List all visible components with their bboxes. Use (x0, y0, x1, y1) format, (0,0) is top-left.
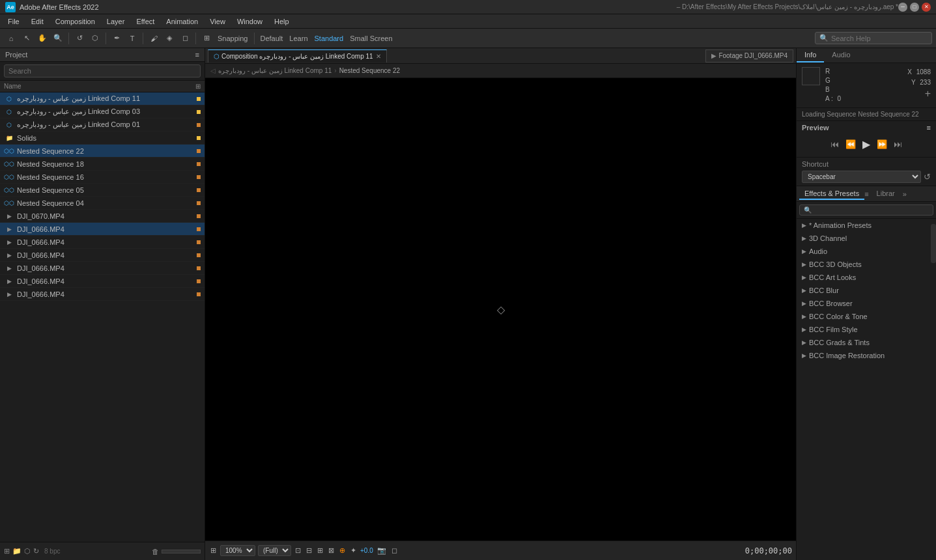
rotate-tool[interactable]: ↺ (72, 31, 87, 46)
preview-back-frame[interactable]: ⏪ (844, 137, 858, 152)
camera-tool[interactable]: ⬡ (88, 31, 102, 46)
project-item-dji0666-2[interactable]: ▶ DJI_0666.MP4 (0, 236, 205, 249)
shortcut-select[interactable]: Spacebar (802, 171, 921, 183)
preview-menu-icon[interactable]: ≡ (927, 124, 931, 132)
project-item-nested16[interactable]: ⬡⬡ Nested Sequence 16 (0, 171, 205, 184)
preview-skip-end[interactable]: ⏭ (892, 137, 904, 152)
workspace-small[interactable]: Small Screen (347, 35, 395, 42)
project-item-comp11[interactable]: ⬡ زمین عباس - رودبارچره Linked Comp 11 (0, 92, 205, 105)
menu-file[interactable]: File (3, 16, 25, 27)
tab-audio[interactable]: Audio (824, 48, 858, 63)
search-help-box[interactable]: 🔍 (815, 32, 932, 44)
project-item-dji0670[interactable]: ▶ DJI_0670.MP4 (0, 210, 205, 223)
effects-tab-menu[interactable]: ≡ (864, 190, 868, 198)
close-button[interactable]: ✕ (922, 3, 931, 12)
effects-item-audio[interactable]: ▶ Audio (797, 245, 936, 258)
viewer-btn4[interactable]: ⊠ (327, 545, 335, 556)
menu-layer[interactable]: Layer (102, 16, 130, 27)
project-item-comp01[interactable]: ⬡ زمین عباس - رودبارچره Linked Comp 01 (0, 119, 205, 132)
effects-more-btn[interactable]: » (903, 190, 907, 198)
project-item-nested04[interactable]: ⬡⬡ Nested Sequence 04 (0, 197, 205, 210)
project-footer-icon4[interactable]: ↻ (33, 547, 39, 555)
workspace-default[interactable]: Default (258, 35, 286, 42)
breadcrumb-parent[interactable]: زمین عباس - رودبارچره Linked Comp 11 (218, 67, 332, 74)
menu-animation[interactable]: Animation (161, 16, 203, 27)
indicator-nested05 (197, 188, 201, 192)
zoom-select[interactable]: 100% (220, 545, 255, 556)
effects-item-bccimage[interactable]: ▶ BCC Image Restoration (797, 349, 936, 362)
project-footer-icon3[interactable]: ⬡ (24, 547, 31, 555)
quality-select[interactable]: (Full) (258, 545, 291, 556)
project-trash-icon[interactable]: 🗑 (152, 548, 159, 555)
project-item-dji0666-6[interactable]: ▶ DJI_0666.MP4 (0, 288, 205, 301)
viewer-tab-comp11[interactable]: ⬡ Composition زمین عباس - رودبارچره Link… (208, 49, 387, 63)
search-help-input[interactable] (831, 35, 922, 42)
viewer-btn1[interactable]: ⊡ (294, 545, 302, 556)
viewer-preview-btn[interactable]: ◻ (390, 545, 399, 556)
effects-search-input[interactable] (799, 204, 933, 216)
effects-item-bccbrowser[interactable]: ▶ BCC Browser (797, 297, 936, 310)
hand-tool[interactable]: ✋ (35, 31, 50, 46)
maximize-button[interactable]: □ (910, 3, 919, 12)
viewer-btn2[interactable]: ⊟ (305, 545, 313, 556)
viewer-btn3[interactable]: ⊞ (316, 545, 324, 556)
preview-forward-frame[interactable]: ⏩ (875, 137, 889, 152)
project-footer-icon1[interactable]: ⊞ (4, 547, 10, 555)
menu-help[interactable]: Help (269, 16, 294, 27)
preview-skip-start[interactable]: ⏮ (829, 137, 841, 152)
home-button[interactable]: ⌂ (4, 31, 18, 46)
workspace-standard[interactable]: Standard (312, 35, 347, 42)
viewer-tab-close[interactable]: ✕ (376, 53, 381, 60)
project-item-dji0666-4[interactable]: ▶ DJI_0666.MP4 (0, 262, 205, 275)
tab-info[interactable]: Info (797, 48, 824, 63)
effects-item-bccart[interactable]: ▶ BCC Art Looks (797, 271, 936, 284)
project-search-input[interactable] (4, 64, 201, 77)
preview-play[interactable]: ▶ (860, 137, 872, 152)
viewer-color-btn[interactable]: ⊕ (338, 545, 347, 556)
project-item-solids[interactable]: 📁 Solids (0, 132, 205, 145)
effects-item-bcccolor[interactable]: ▶ BCC Color & Tone (797, 310, 936, 323)
menu-view[interactable]: View (205, 16, 231, 27)
project-item-dji0666-1[interactable]: ▶ DJI_0666.MP4 (0, 223, 205, 236)
select-tool[interactable]: ↖ (20, 31, 34, 46)
minimize-button[interactable]: ─ (898, 3, 907, 12)
shortcut-reset-btn[interactable]: ↺ (924, 172, 931, 182)
effects-item-3dchannel[interactable]: ▶ 3D Channel (797, 232, 936, 245)
project-item-dji0666-3[interactable]: ▶ DJI_0666.MP4 (0, 249, 205, 262)
divider-5 (254, 33, 255, 44)
project-item-nested22[interactable]: ⬡⬡ Nested Sequence 22 (0, 145, 205, 158)
scrollbar-thumb[interactable] (931, 224, 936, 263)
menu-composition[interactable]: Composition (50, 16, 100, 27)
viewer-camera-btn[interactable]: 📷 (376, 545, 388, 556)
project-menu-icon[interactable]: ≡ (195, 51, 199, 59)
viewer-tab-footage[interactable]: ▶ Footage DJI_0666.MP4 (705, 49, 793, 63)
project-item-nested18[interactable]: ⬡⬡ Nested Sequence 18 (0, 158, 205, 171)
divider-1 (68, 33, 69, 44)
project-item-nested05[interactable]: ⬡⬡ Nested Sequence 05 (0, 184, 205, 197)
project-item-dji0666-5[interactable]: ▶ DJI_0666.MP4 (0, 275, 205, 288)
zoom-tool[interactable]: 🔍 (51, 31, 65, 46)
workspace-learn[interactable]: Learn (287, 35, 310, 42)
menu-effect[interactable]: Effect (131, 16, 160, 27)
breadcrumb-child[interactable]: Nested Sequence 22 (339, 67, 400, 74)
pen-tool[interactable]: ✒ (109, 31, 124, 46)
add-color-btn[interactable]: + (925, 88, 931, 100)
tab-effects-presets[interactable]: Effects & Presets (799, 188, 864, 200)
effects-item-bccgrads[interactable]: ▶ BCC Grads & Tints (797, 336, 936, 349)
effects-item-animation-presets[interactable]: ▶ * Animation Presets (797, 219, 936, 232)
effects-item-bccfilm[interactable]: ▶ BCC Film Style (797, 323, 936, 336)
menu-window[interactable]: Window (232, 16, 268, 27)
project-footer-icon2[interactable]: 📁 (12, 547, 21, 555)
text-tool[interactable]: T (125, 31, 139, 46)
viewer-fit-btn[interactable]: ⊞ (209, 545, 218, 556)
viewer-exposure-btn[interactable]: ✦ (349, 545, 358, 556)
eraser-tool[interactable]: ◻ (178, 31, 192, 46)
effects-item-bccblur[interactable]: ▶ BCC Blur (797, 284, 936, 297)
snapping-toggle[interactable]: ⊞ (199, 31, 214, 46)
stamp-tool[interactable]: ◈ (162, 31, 177, 46)
menu-edit[interactable]: Edit (26, 16, 49, 27)
brush-tool[interactable]: 🖌 (147, 31, 161, 46)
tab-library[interactable]: Librar (872, 188, 900, 200)
project-item-comp03[interactable]: ⬡ زمین عباس - رودبارچره Linked Comp 03 (0, 105, 205, 119)
effects-item-bcc3d[interactable]: ▶ BCC 3D Objects (797, 258, 936, 271)
